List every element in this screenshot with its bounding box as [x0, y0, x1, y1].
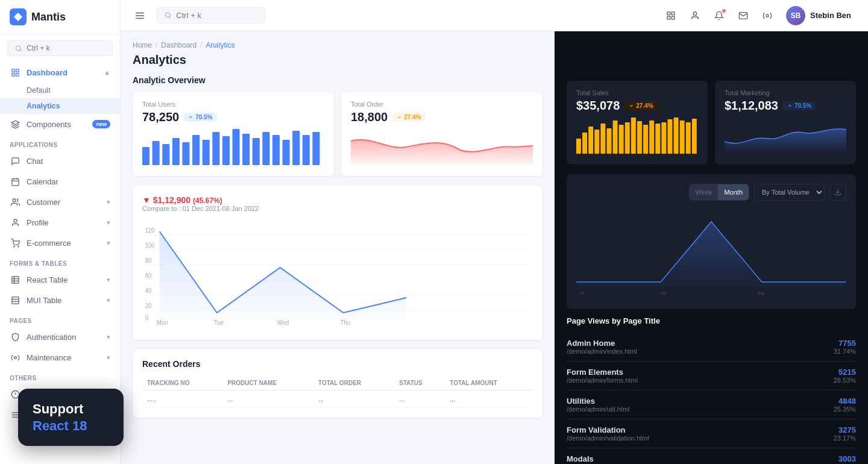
pv-url-4: /demo/admin/validation.html	[567, 434, 649, 442]
total-order-badge: 27.4%	[392, 113, 425, 122]
total-users-value: 78,250	[142, 110, 179, 124]
pv-count-3: 4848	[834, 397, 856, 406]
maintenance-arrow: ▾	[107, 354, 110, 362]
topbar-left	[121, 6, 265, 25]
metric-cards-light: Total Users 78,250 70.5%	[133, 92, 542, 176]
svg-text:0: 0	[145, 315, 149, 321]
svg-rect-86	[637, 121, 642, 154]
auth-icon	[10, 331, 20, 342]
ecommerce-icon	[10, 237, 20, 248]
sidebar-item-ecommerce[interactable]: E-commerce ▾	[0, 233, 120, 253]
bell-icon-button[interactable]	[709, 5, 729, 26]
svg-rect-45	[182, 142, 189, 165]
sidebar-logo[interactable]: Mantis	[0, 0, 120, 34]
total-users-badge: 70.5%	[184, 113, 216, 122]
authentication-label: Authentication	[27, 333, 76, 342]
user-menu[interactable]: SB Stebin Ben	[781, 4, 856, 28]
mui-table-icon	[10, 295, 20, 306]
topbar-search-input[interactable]	[176, 11, 257, 20]
dark-sales-label: Total Sales	[576, 89, 698, 96]
page-views-list: Admin Home /demo/admin/index.html 7755 3…	[567, 333, 856, 464]
menu-toggle-button[interactable]	[130, 6, 149, 25]
sidebar-item-profile[interactable]: Profile ▾	[0, 212, 120, 233]
svg-rect-83	[619, 125, 624, 154]
mail-icon-button[interactable]	[733, 5, 753, 26]
pv-pct-3: 25.35%	[834, 406, 856, 413]
svg-text:Fri: Fri	[580, 290, 585, 295]
topbar-search[interactable]	[157, 7, 265, 24]
react-table-arrow: ▾	[107, 276, 110, 284]
sidebar-item-components[interactable]: Components new	[0, 114, 120, 134]
svg-rect-95	[692, 119, 697, 154]
settings-icon-button[interactable]	[757, 5, 778, 26]
sidebar-item-calendar[interactable]: Calendar	[0, 171, 120, 192]
sidebar-item-authentication[interactable]: Authentication ▾	[0, 327, 120, 347]
pv-item-1: Admin Home /demo/admin/index.html 7755 3…	[567, 333, 856, 362]
svg-rect-49	[222, 136, 230, 165]
support-title: Support	[33, 401, 109, 418]
volume-select[interactable]: By Total Volume	[754, 184, 825, 201]
svg-rect-76	[576, 139, 581, 154]
svg-rect-55	[283, 140, 290, 165]
svg-rect-94	[686, 122, 691, 154]
profile-arrow: ▾	[107, 219, 110, 227]
pv-name-3: Utilities	[567, 397, 630, 406]
svg-text:100: 100	[145, 242, 155, 249]
svg-text:Tue: Tue	[214, 319, 224, 326]
pv-count-4: 3275	[834, 425, 856, 434]
svg-point-23	[14, 356, 16, 359]
dark-metric-card-marketing: Total Marketing $1,12,083 70.5%	[715, 81, 856, 165]
sidebar-item-maintenance[interactable]: Maintenance ▾	[0, 347, 120, 368]
svg-rect-93	[680, 121, 685, 154]
income-overview-section: ▼ $1,12,900 (45.67%) Compare to : 01 Dec…	[133, 186, 542, 340]
support-subtitle: React 18	[33, 418, 109, 434]
calendar-icon	[10, 176, 20, 187]
customer-arrow: ▾	[107, 198, 110, 206]
sidebar-item-mui-table[interactable]: MUI Table ▾	[0, 290, 120, 310]
dark-metric-cards: Total Sales $35,078 27.4%	[567, 81, 856, 165]
svg-point-2	[16, 46, 20, 51]
svg-rect-52	[253, 138, 260, 165]
svg-rect-88	[649, 121, 654, 154]
svg-rect-87	[643, 125, 648, 154]
app-name: Mantis	[31, 11, 66, 24]
maintenance-icon	[10, 352, 20, 363]
pv-count-1: 7755	[834, 339, 856, 348]
week-button[interactable]: Week	[690, 184, 719, 200]
col-tracking: TRACKING NO	[142, 376, 222, 390]
svg-rect-47	[203, 140, 210, 165]
sidebar-search-input[interactable]	[27, 44, 105, 52]
grid-icon-button[interactable]	[661, 5, 681, 26]
main-content: SB Stebin Ben Home / Dashboard / Analyti…	[121, 0, 868, 464]
svg-rect-58	[312, 132, 319, 165]
sidebar-sub-default[interactable]: Default	[0, 83, 120, 98]
breadcrumb-home[interactable]: Home	[133, 41, 152, 49]
sidebar-item-react-table[interactable]: React Table ▾	[0, 269, 120, 290]
sidebar-item-dashboard[interactable]: Dashboard ▲	[0, 62, 120, 83]
total-order-value: 18,800	[351, 110, 388, 124]
svg-point-33	[165, 13, 170, 17]
sidebar-search[interactable]	[7, 40, 113, 56]
month-button[interactable]: Month	[718, 184, 749, 200]
user-circle-icon-button[interactable]	[685, 5, 705, 26]
svg-text:Sat: Sat	[661, 290, 667, 295]
download-button[interactable]	[829, 184, 846, 201]
sidebar-dashboard-label: Dashboard	[27, 68, 68, 77]
svg-rect-79	[594, 130, 599, 154]
section-label-forms: Forms & Tables	[0, 253, 120, 269]
sidebar-item-chat[interactable]: Chat	[0, 151, 120, 171]
svg-rect-20	[11, 296, 18, 303]
section-label-applications: Applications	[0, 134, 120, 151]
svg-rect-80	[600, 124, 605, 154]
topbar: SB Stebin Ben	[121, 0, 868, 31]
svg-rect-43	[162, 144, 169, 165]
maintenance-label: Maintenance	[27, 353, 71, 362]
analytic-overview-title: Analytic Overview	[133, 75, 542, 85]
sidebar-sub-analytics[interactable]: Analytics	[0, 98, 120, 114]
breadcrumb-dashboard[interactable]: Dashboard	[161, 41, 197, 49]
support-popup[interactable]: Support React 18	[18, 389, 124, 446]
col-total-amount: TOTAL AMOUNT	[445, 376, 533, 390]
sidebar-item-customer[interactable]: Customer ▾	[0, 192, 120, 212]
mui-table-label: MUI Table	[27, 296, 61, 305]
svg-rect-5	[16, 69, 18, 71]
